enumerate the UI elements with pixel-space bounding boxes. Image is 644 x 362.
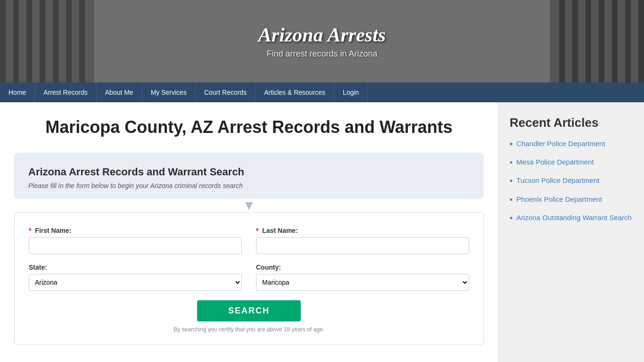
main-content: Maricopa County, AZ Arrest Records and W…	[0, 102, 498, 362]
nav-court-records[interactable]: Court Records	[196, 82, 256, 102]
sidebar-bullet: •	[510, 175, 512, 187]
sidebar-bullet: •	[510, 194, 512, 206]
first-name-label: * First Name:	[29, 227, 242, 234]
form-disclaimer: By searching you certify that you are ab…	[29, 326, 469, 333]
state-group: State: Arizona	[29, 263, 242, 291]
nav-about-me[interactable]: About Me	[97, 82, 142, 102]
site-header: Arizona Arrests Find arrest records in A…	[0, 0, 644, 82]
search-button[interactable]: SEARCH	[197, 300, 301, 321]
nav-articles[interactable]: Articles & Resources	[256, 82, 334, 102]
first-name-group: * First Name:	[29, 227, 242, 254]
first-name-input[interactable]	[29, 237, 242, 254]
state-label: State:	[29, 263, 242, 271]
page-heading: Maricopa County, AZ Arrest Records and W…	[14, 116, 484, 139]
page-body: Maricopa County, AZ Arrest Records and W…	[0, 102, 644, 362]
search-form: * First Name: * Last Name:	[29, 227, 469, 333]
nav-arrest-records[interactable]: Arrest Records	[35, 82, 96, 102]
sidebar: Recent Articles • Chandler Police Depart…	[498, 102, 644, 362]
location-row: State: Arizona County: Maricopa	[29, 263, 469, 291]
sidebar-title: Recent Articles	[510, 115, 633, 130]
header-bg-right	[550, 0, 644, 82]
site-subtitle: Find arrest records in Arizona	[258, 49, 386, 59]
county-group: County: Maricopa	[256, 263, 469, 291]
sidebar-article-link[interactable]: Phoenix Police Department	[516, 194, 602, 204]
nav-home[interactable]: Home	[0, 82, 35, 102]
sidebar-article-item: • Mesa Police Department	[510, 157, 633, 169]
search-card-title: Arizona Arrest Records and Warrant Searc…	[28, 166, 470, 178]
nav-my-services[interactable]: My Services	[142, 82, 196, 102]
nav-login[interactable]: Login	[334, 82, 368, 102]
state-select[interactable]: Arizona	[29, 274, 242, 291]
county-label: County:	[256, 263, 469, 271]
site-title: Arizona Arrests	[258, 24, 386, 46]
sidebar-article-link[interactable]: Arizona Outstanding Warrant Search	[516, 213, 632, 222]
recent-articles-list: • Chandler Police Department• Mesa Polic…	[510, 139, 633, 224]
sidebar-article-item: • Chandler Police Department	[510, 139, 633, 150]
header-content: Arizona Arrests Find arrest records in A…	[258, 24, 386, 59]
sidebar-bullet: •	[510, 213, 512, 224]
last-name-group: * Last Name:	[256, 227, 469, 254]
sidebar-article-item: • Tucson Police Department	[510, 175, 633, 187]
last-name-label: * Last Name:	[256, 227, 469, 234]
name-row: * First Name: * Last Name:	[29, 227, 469, 254]
sidebar-article-link[interactable]: Chandler Police Department	[516, 139, 605, 148]
search-form-area: * First Name: * Last Name:	[14, 212, 484, 345]
required-star-last: *	[256, 227, 258, 234]
required-star-first: *	[29, 227, 31, 234]
county-select[interactable]: Maricopa	[256, 274, 469, 291]
main-nav: Home Arrest Records About Me My Services…	[0, 82, 644, 102]
sidebar-article-item: • Arizona Outstanding Warrant Search	[510, 213, 633, 224]
search-card-subtitle: Please fill in the form below to begin y…	[28, 182, 470, 189]
sidebar-article-link[interactable]: Mesa Police Department	[516, 157, 594, 167]
search-card-arrow: ▼	[14, 199, 484, 212]
sidebar-bullet: •	[510, 157, 512, 169]
sidebar-article-item: • Phoenix Police Department	[510, 194, 633, 206]
sidebar-article-link[interactable]: Tucson Police Department	[516, 175, 599, 185]
search-card: Arizona Arrest Records and Warrant Searc…	[14, 153, 484, 199]
last-name-input[interactable]	[256, 237, 469, 254]
sidebar-bullet: •	[510, 139, 512, 150]
